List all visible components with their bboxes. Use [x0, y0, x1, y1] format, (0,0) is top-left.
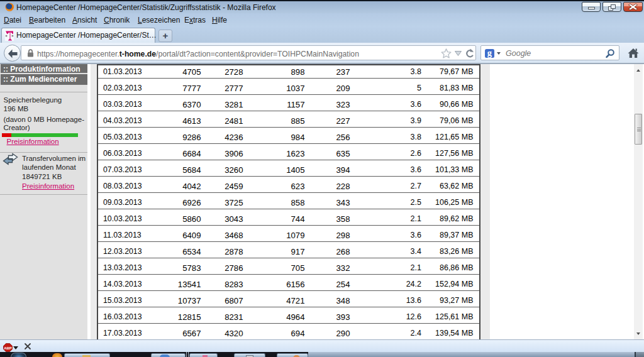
svg-text:ABP: ABP	[4, 346, 12, 350]
